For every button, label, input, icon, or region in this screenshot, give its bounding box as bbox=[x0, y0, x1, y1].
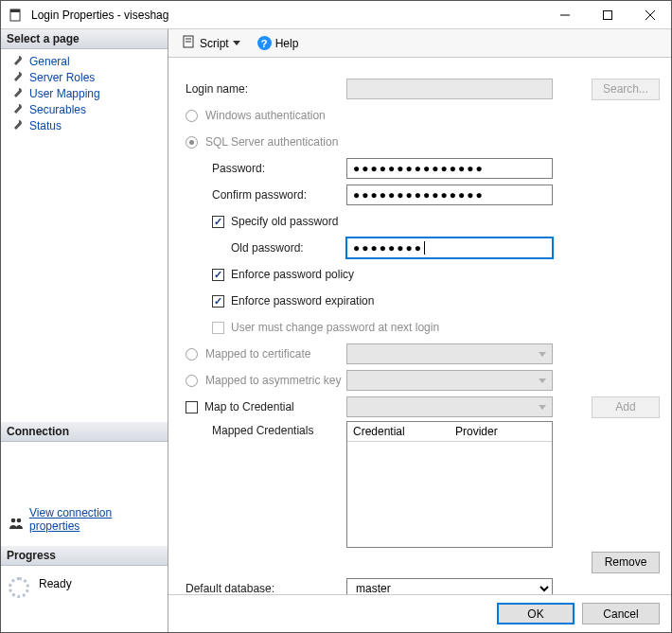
mapped-cert-label: Mapped to certificate bbox=[205, 347, 310, 360]
password-input[interactable] bbox=[346, 158, 553, 179]
default-db-select[interactable]: master bbox=[346, 578, 553, 594]
nav-label: Securables bbox=[29, 103, 86, 116]
dialog-buttons: OK Cancel bbox=[168, 594, 671, 632]
main-panel: Script ? Help Login name: Search... bbox=[168, 29, 671, 632]
list-header: Credential Provider bbox=[347, 422, 552, 442]
nav-label: Server Roles bbox=[29, 71, 95, 84]
map-to-credential-combo bbox=[346, 396, 553, 417]
sidebar: Select a page General Server Roles User … bbox=[1, 29, 168, 632]
nav-general[interactable]: General bbox=[1, 53, 168, 69]
progress-status: Ready bbox=[39, 577, 72, 590]
confirm-password-input[interactable] bbox=[346, 185, 553, 205]
mapped-asym-label: Mapped to asymmetric key bbox=[205, 374, 341, 387]
chevron-down-icon bbox=[539, 352, 546, 357]
wrench-icon bbox=[10, 103, 24, 116]
wrench-icon bbox=[10, 55, 24, 68]
default-db-label: Default database: bbox=[186, 582, 346, 594]
window-title: Login Properties - viseshag bbox=[29, 9, 543, 22]
people-icon bbox=[9, 517, 24, 533]
toolbar: Script ? Help bbox=[168, 29, 671, 58]
confirm-password-label: Confirm password: bbox=[186, 188, 327, 202]
script-label: Script bbox=[200, 37, 229, 50]
nav-label: General bbox=[29, 55, 70, 68]
close-button[interactable] bbox=[628, 1, 671, 28]
nav-securables[interactable]: Securables bbox=[1, 101, 168, 117]
wrench-icon bbox=[10, 119, 24, 132]
connection-header: Connection bbox=[1, 422, 168, 442]
enforce-expiration-checkbox[interactable] bbox=[212, 295, 224, 308]
enforce-policy-checkbox[interactable] bbox=[212, 269, 224, 281]
view-connection-link[interactable]: View connection properties bbox=[29, 506, 160, 533]
specify-old-password-checkbox[interactable] bbox=[212, 216, 224, 228]
enforce-policy-label: Enforce password policy bbox=[231, 268, 354, 281]
wrench-icon bbox=[10, 87, 24, 100]
old-password-input[interactable]: ●●●●●●●● bbox=[346, 237, 553, 258]
help-icon: ? bbox=[257, 36, 272, 50]
wrench-icon bbox=[10, 71, 24, 84]
select-page-header: Select a page bbox=[1, 29, 168, 49]
login-name-label: Login name: bbox=[186, 82, 346, 96]
script-icon bbox=[183, 35, 196, 51]
help-label: Help bbox=[275, 37, 299, 50]
must-change-checkbox bbox=[212, 322, 224, 334]
progress-spinner-icon bbox=[9, 577, 29, 598]
nav-label: User Mapping bbox=[29, 87, 100, 100]
svg-rect-1 bbox=[10, 9, 20, 12]
titlebar: Login Properties - viseshag bbox=[1, 1, 671, 29]
chevron-down-icon bbox=[539, 405, 546, 410]
login-properties-dialog: Login Properties - viseshag Select a pag… bbox=[0, 0, 672, 633]
login-name-input bbox=[346, 79, 553, 99]
mapped-cert-combo bbox=[346, 343, 553, 364]
chevron-down-icon bbox=[539, 378, 546, 383]
nav-user-mapping[interactable]: User Mapping bbox=[1, 85, 168, 101]
password-label: Password: bbox=[186, 162, 327, 175]
mapped-credentials-label: Mapped Credentials bbox=[186, 421, 346, 437]
windows-auth-label: Windows authentication bbox=[205, 109, 326, 122]
specify-old-password-label: Specify old password bbox=[231, 215, 338, 228]
help-button[interactable]: ? Help bbox=[251, 32, 306, 54]
windows-auth-radio bbox=[186, 110, 198, 122]
script-button[interactable]: Script bbox=[176, 31, 247, 55]
remove-button[interactable]: Remove bbox=[592, 552, 660, 573]
sql-auth-radio bbox=[186, 136, 198, 149]
enforce-expiration-label: Enforce password expiration bbox=[231, 294, 374, 308]
mapped-asym-combo bbox=[346, 370, 553, 391]
map-to-credential-checkbox[interactable] bbox=[186, 401, 198, 413]
add-button: Add bbox=[592, 396, 660, 418]
text-cursor bbox=[424, 241, 425, 255]
svg-rect-3 bbox=[603, 10, 611, 19]
ok-button[interactable]: OK bbox=[497, 603, 575, 624]
col-credential: Credential bbox=[347, 422, 450, 441]
map-to-credential-label: Map to Credential bbox=[204, 400, 294, 413]
minimize-button[interactable] bbox=[543, 1, 586, 28]
col-provider: Provider bbox=[450, 422, 552, 441]
mapped-cert-radio bbox=[186, 348, 198, 360]
maximize-button[interactable] bbox=[586, 1, 628, 28]
mapped-asym-radio bbox=[186, 375, 198, 387]
app-icon bbox=[1, 1, 29, 29]
must-change-label: User must change password at next login bbox=[231, 321, 439, 334]
progress-header: Progress bbox=[1, 546, 168, 566]
form-area: Login name: Search... Windows authentica… bbox=[168, 58, 671, 594]
nav-label: Status bbox=[29, 119, 62, 132]
mapped-credentials-list[interactable]: Credential Provider bbox=[346, 421, 553, 548]
page-nav-list: General Server Roles User Mapping Secura… bbox=[1, 49, 168, 141]
nav-status[interactable]: Status bbox=[1, 117, 168, 133]
cancel-button[interactable]: Cancel bbox=[582, 603, 660, 624]
old-password-label: Old password: bbox=[186, 241, 327, 255]
sql-auth-label: SQL Server authentication bbox=[205, 135, 338, 149]
svg-point-6 bbox=[11, 519, 16, 523]
chevron-down-icon bbox=[233, 41, 240, 45]
svg-point-7 bbox=[17, 519, 22, 523]
search-button: Search... bbox=[592, 79, 660, 100]
nav-server-roles[interactable]: Server Roles bbox=[1, 69, 168, 85]
